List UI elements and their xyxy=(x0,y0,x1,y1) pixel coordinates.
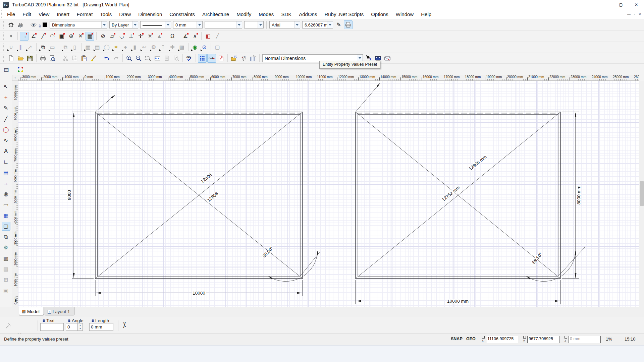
inspector-wand-icon[interactable] xyxy=(4,322,12,330)
snap-intersection-icon[interactable]: ✕ xyxy=(76,32,85,41)
menu-file[interactable]: File xyxy=(3,10,19,18)
horizontal-ruler[interactable]: -3000 mm-2000 mm-1000 mm0 mm1000 mm2000 … xyxy=(18,75,639,81)
tool-pen[interactable]: ✎ xyxy=(2,104,10,113)
tool-grid[interactable]: ▦ xyxy=(2,211,10,220)
tool-bezier[interactable]: ∿ xyxy=(2,136,10,145)
mdi-restore-icon[interactable]: ▫ xyxy=(634,12,635,16)
snap-middle-icon[interactable]: ✛ xyxy=(136,32,145,41)
menu-insert[interactable]: Insert xyxy=(53,10,73,18)
snap-arc-center-icon[interactable]: ◠ xyxy=(48,32,57,41)
left-room-dimensions[interactable] xyxy=(72,95,320,296)
undo-icon[interactable] xyxy=(102,54,111,63)
vertical-scrollbar[interactable] xyxy=(639,81,644,307)
snap-gravity-icon[interactable]: ▲ xyxy=(155,32,164,41)
surface-tool-icon[interactable]: ◯ xyxy=(102,43,111,52)
tool-block-gray[interactable]: ▣ xyxy=(2,286,10,295)
mirror-snap-icon[interactable]: ◧ xyxy=(204,32,212,41)
drawing-canvas[interactable]: 8000 10000 12806 12806 90.00° 8000 mm 10… xyxy=(18,81,639,307)
menu-view[interactable]: View xyxy=(35,10,53,18)
render-scene-icon[interactable]: ◉ xyxy=(191,43,199,52)
tool-circle[interactable]: ◯ xyxy=(2,125,10,134)
right-room-diagonals[interactable] xyxy=(356,112,560,279)
box-3d-icon[interactable]: ▩ xyxy=(177,43,186,52)
toolbar-grip[interactable] xyxy=(3,44,4,51)
angle-input[interactable] xyxy=(66,323,78,331)
ruler-origin-corner[interactable]: ↑ xyxy=(12,75,18,81)
snap-vertex-icon[interactable]: ∠ xyxy=(29,32,38,41)
copy-entity-icon[interactable]: ⧉ xyxy=(39,43,47,52)
tab-layout1[interactable]: 1 Layout 1 xyxy=(45,307,74,315)
selection-info-icon[interactable] xyxy=(249,54,257,63)
snap-grid-icon[interactable]: ▦ xyxy=(86,32,94,41)
font-size-combo[interactable]: 6.626087 m xyxy=(302,21,333,28)
tool-view-eye[interactable]: ◉ xyxy=(2,190,10,198)
copy-icon[interactable] xyxy=(70,54,79,63)
table-tool-icon[interactable]: ▦ xyxy=(84,43,92,52)
toolbar-grip[interactable] xyxy=(3,55,4,62)
zoom-in-icon[interactable] xyxy=(125,54,133,63)
maximize-button[interactable]: ▢ xyxy=(613,0,629,9)
menu-sdk[interactable]: SDK xyxy=(277,10,295,18)
menu-tools[interactable]: Tools xyxy=(96,10,115,18)
tool-clip[interactable]: ⧉ xyxy=(2,233,10,241)
line-width-combo[interactable]: 0 mm xyxy=(173,21,203,28)
snap-divide-icon[interactable]: ✳ xyxy=(146,32,154,41)
tool-edit-node[interactable]: ＋ xyxy=(2,93,10,102)
select-frame-icon[interactable]: ▢ xyxy=(213,43,222,52)
scrollbar-thumb[interactable] xyxy=(640,181,644,206)
menu-help[interactable]: Help xyxy=(417,10,435,18)
save-file-icon[interactable] xyxy=(25,54,34,63)
menu-draw[interactable]: Draw xyxy=(115,10,135,18)
menu-modify[interactable]: Modify xyxy=(233,10,255,18)
zoom-extents-icon[interactable] xyxy=(153,54,162,63)
sweep-tool-icon[interactable]: ↩ xyxy=(140,43,149,52)
z-coord-input[interactable]: 0 mm xyxy=(569,336,601,343)
close-button[interactable]: ✕ xyxy=(629,0,644,9)
toolbar-grip[interactable] xyxy=(3,21,4,28)
snap-tangent-icon[interactable]: ◡ xyxy=(117,32,126,41)
toolbar-grip[interactable] xyxy=(3,33,4,40)
menu-format[interactable]: Format xyxy=(73,10,97,18)
menu-constraints[interactable]: Constraints xyxy=(166,10,199,18)
zoom-extents-arrows-icon[interactable] xyxy=(16,65,25,74)
push-pull-icon[interactable]: ↗ xyxy=(25,43,34,52)
tool-pattern[interactable]: ▨ xyxy=(2,254,10,263)
right-room-dimensions[interactable] xyxy=(356,83,639,307)
send-mail-icon[interactable] xyxy=(383,54,392,63)
color-swatch[interactable] xyxy=(43,22,47,27)
menu-addons[interactable]: AddOns xyxy=(295,10,321,18)
symbol-library-icon[interactable] xyxy=(230,54,238,63)
snap-nearest-icon[interactable]: → xyxy=(20,32,29,41)
no-snap-icon[interactable]: ⊘ xyxy=(99,32,107,41)
gear-3d-icon[interactable]: ⚙ xyxy=(149,43,158,52)
page-setup-icon[interactable] xyxy=(162,54,171,63)
menu-window[interactable]: Window xyxy=(392,10,417,18)
stack-icon[interactable]: ⧉ xyxy=(61,43,70,52)
length-input[interactable] xyxy=(89,323,113,331)
geo-indicator[interactable]: GEO xyxy=(466,337,476,341)
zoom-out-icon[interactable] xyxy=(134,54,143,63)
snap-workplane-icon[interactable]: ▣ xyxy=(57,32,66,41)
options-gear-icon[interactable] xyxy=(7,20,15,29)
paste-entity-icon[interactable]: ▭ xyxy=(48,43,57,52)
tool-workspace[interactable]: ▤ xyxy=(2,168,10,177)
tool-select-arrow[interactable]: ↖ xyxy=(2,82,10,91)
pen-style-icon[interactable]: ✎ xyxy=(334,20,343,29)
local-snap-mouse-icon[interactable]: ⌖ xyxy=(7,32,15,41)
group-tool-icon[interactable]: ∪ xyxy=(7,43,15,52)
zoom-window-icon[interactable] xyxy=(144,54,152,63)
magnetic-point-icon[interactable]: Ω xyxy=(168,32,177,41)
mdi-close-icon[interactable]: ✕ xyxy=(639,12,641,16)
angle-stepper[interactable]: ▲▼ xyxy=(78,323,83,331)
screw-tool-icon[interactable]: ⊺ xyxy=(159,43,167,52)
explode-tool-icon[interactable]: ✶ xyxy=(112,43,120,52)
redo-icon[interactable] xyxy=(112,54,120,63)
left-room-diagonals[interactable] xyxy=(95,112,303,279)
menu-architecture[interactable]: Architecture xyxy=(199,10,233,18)
print-style-toggle[interactable] xyxy=(344,20,353,29)
scale-combo[interactable] xyxy=(244,21,264,28)
hatch-tool-icon[interactable]: ∥ xyxy=(16,43,25,52)
grid-toggle-icon[interactable] xyxy=(198,54,207,63)
print-preview-icon[interactable] xyxy=(48,54,57,63)
page-grid-icon[interactable]: ▤ xyxy=(2,65,11,74)
